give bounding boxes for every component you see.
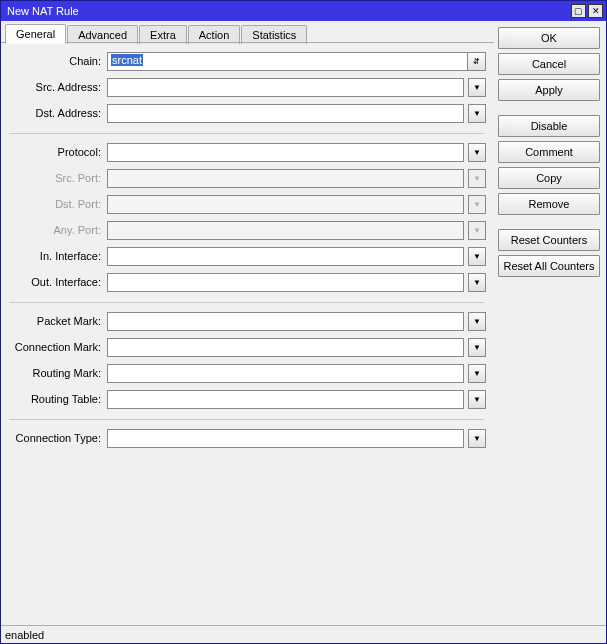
packet-mark-expand-btn[interactable]: ▼	[468, 312, 486, 331]
row-packet-mark: Packet Mark: ▼	[7, 310, 486, 332]
comment-button[interactable]: Comment	[498, 141, 600, 163]
input-routing-table[interactable]	[107, 390, 464, 409]
input-connection-mark[interactable]	[107, 338, 464, 357]
label-packet-mark: Packet Mark:	[7, 315, 107, 327]
divider-3	[9, 419, 484, 420]
label-any-port: Any. Port:	[7, 224, 107, 236]
dst-port-expand-btn: ▼	[468, 195, 486, 214]
divider-1	[9, 133, 484, 134]
row-routing-mark: Routing Mark: ▼	[7, 362, 486, 384]
input-out-interface[interactable]	[107, 273, 464, 292]
label-routing-table: Routing Table:	[7, 393, 107, 405]
row-dst-port: Dst. Port: ▼	[7, 193, 486, 215]
row-dst-address: Dst. Address: ▼	[7, 102, 486, 124]
tab-general[interactable]: General	[5, 24, 66, 44]
tab-bar: General Advanced Extra Action Statistics	[1, 21, 494, 43]
input-src-address[interactable]	[107, 78, 464, 97]
any-port-expand-btn: ▼	[468, 221, 486, 240]
form-area: Chain: srcnat ⇵ Src. Address: ▼ Dst. Add…	[1, 44, 494, 625]
row-protocol: Protocol: ▼	[7, 141, 486, 163]
input-src-port	[107, 169, 464, 188]
input-dst-port	[107, 195, 464, 214]
connection-type-expand-btn[interactable]: ▼	[468, 429, 486, 448]
routing-table-expand-btn[interactable]: ▼	[468, 390, 486, 409]
dst-address-expand-btn[interactable]: ▼	[468, 104, 486, 123]
label-out-interface: Out. Interface:	[7, 276, 107, 288]
row-any-port: Any. Port: ▼	[7, 219, 486, 241]
input-routing-mark[interactable]	[107, 364, 464, 383]
input-dst-address[interactable]	[107, 104, 464, 123]
protocol-expand-btn[interactable]: ▼	[468, 143, 486, 162]
side-panel: OK Cancel Apply Disable Comment Copy Rem…	[494, 21, 606, 625]
input-chain[interactable]: srcnat	[107, 52, 468, 71]
routing-mark-expand-btn[interactable]: ▼	[468, 364, 486, 383]
body-area: General Advanced Extra Action Statistics…	[1, 21, 606, 625]
row-connection-mark: Connection Mark: ▼	[7, 336, 486, 358]
restore-button[interactable]: ▢	[571, 4, 586, 18]
input-any-port	[107, 221, 464, 240]
row-routing-table: Routing Table: ▼	[7, 388, 486, 410]
window-title: New NAT Rule	[7, 5, 569, 17]
label-src-address: Src. Address:	[7, 81, 107, 93]
label-protocol: Protocol:	[7, 146, 107, 158]
tab-underline	[1, 42, 494, 43]
main-panel: General Advanced Extra Action Statistics…	[1, 21, 494, 625]
src-address-expand-btn[interactable]: ▼	[468, 78, 486, 97]
src-port-expand-btn: ▼	[468, 169, 486, 188]
in-interface-expand-btn[interactable]: ▼	[468, 247, 486, 266]
divider-2	[9, 302, 484, 303]
dialog-window: New NAT Rule ▢ ✕ General Advanced Extra …	[0, 0, 607, 644]
cancel-button[interactable]: Cancel	[498, 53, 600, 75]
label-in-interface: In. Interface:	[7, 250, 107, 262]
apply-button[interactable]: Apply	[498, 79, 600, 101]
label-dst-address: Dst. Address:	[7, 107, 107, 119]
disable-button[interactable]: Disable	[498, 115, 600, 137]
row-out-interface: Out. Interface: ▼	[7, 271, 486, 293]
status-text: enabled	[5, 629, 44, 641]
input-in-interface[interactable]	[107, 247, 464, 266]
reset-all-counters-button[interactable]: Reset All Counters	[498, 255, 600, 277]
input-packet-mark[interactable]	[107, 312, 464, 331]
connection-mark-expand-btn[interactable]: ▼	[468, 338, 486, 357]
label-dst-port: Dst. Port:	[7, 198, 107, 210]
chain-dropdown-btn[interactable]: ⇵	[468, 52, 486, 71]
input-protocol[interactable]	[107, 143, 464, 162]
statusbar: enabled	[1, 625, 606, 643]
row-chain: Chain: srcnat ⇵	[7, 50, 486, 72]
label-routing-mark: Routing Mark:	[7, 367, 107, 379]
label-connection-mark: Connection Mark:	[7, 341, 107, 353]
titlebar: New NAT Rule ▢ ✕	[1, 1, 606, 21]
reset-counters-button[interactable]: Reset Counters	[498, 229, 600, 251]
label-src-port: Src. Port:	[7, 172, 107, 184]
out-interface-expand-btn[interactable]: ▼	[468, 273, 486, 292]
row-in-interface: In. Interface: ▼	[7, 245, 486, 267]
close-button[interactable]: ✕	[588, 4, 603, 18]
ok-button[interactable]: OK	[498, 27, 600, 49]
input-connection-type[interactable]	[107, 429, 464, 448]
label-chain: Chain:	[7, 55, 107, 67]
row-src-address: Src. Address: ▼	[7, 76, 486, 98]
row-src-port: Src. Port: ▼	[7, 167, 486, 189]
copy-button[interactable]: Copy	[498, 167, 600, 189]
label-connection-type: Connection Type:	[7, 432, 107, 444]
remove-button[interactable]: Remove	[498, 193, 600, 215]
row-connection-type: Connection Type: ▼	[7, 427, 486, 449]
